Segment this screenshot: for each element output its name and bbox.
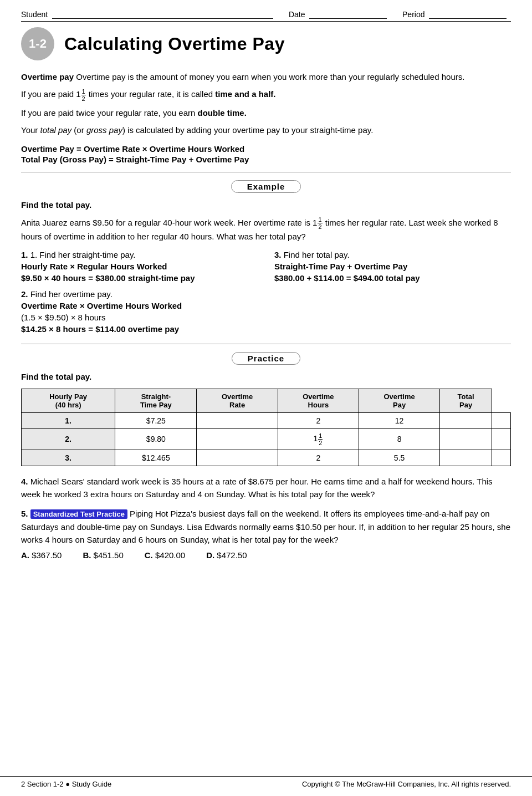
th-overtime-rate: OvertimeRate — [197, 389, 278, 412]
formula-block: Overtime Pay = Overtime Rate × Overtime … — [21, 144, 511, 164]
row1-hourly: $7.25 — [115, 412, 197, 428]
row3-straight — [197, 450, 278, 466]
practice-find-label: Find the total pay. — [21, 370, 511, 383]
header: Student Date Period — [21, 10, 511, 22]
answer-c: C. $420.00 — [145, 550, 185, 560]
page-title: Calculating Overtime Pay — [64, 34, 285, 54]
example-left-col: 1. 1. Find her straight-time pay. Hourly… — [21, 250, 258, 336]
th-straight-time: Straight-Time Pay — [115, 389, 197, 412]
intro-p3: If you are paid twice your regular rate,… — [21, 106, 511, 119]
problem5: 5. Standardized Test Practice Piping Hot… — [21, 507, 511, 546]
row3-ot-rate: 2 — [278, 450, 359, 466]
divider-1 — [21, 172, 511, 172]
answer-d: D. $472.50 — [206, 550, 247, 560]
footer-right: Copyright © The McGraw-Hill Companies, I… — [302, 780, 511, 788]
row1-num: 1. — [22, 412, 115, 428]
row2-ot-hours: 8 — [359, 428, 439, 450]
title-section: 1-2 Calculating Overtime Pay — [21, 27, 511, 60]
footer: 2 Section 1-2 ● Study Guide Copyright © … — [0, 776, 532, 788]
step1-calc: $9.50 × 40 hours = $380.00 straight-time… — [21, 273, 258, 283]
step1-label: 1. 1. Find her straight-time pay. — [21, 250, 258, 259]
step2-formula: Overtime Rate × Overtime Hours Worked — [21, 301, 258, 310]
row1-straight — [197, 412, 278, 428]
row1-ot-pay — [440, 412, 492, 428]
formula-line2: Total Pay (Gross Pay) = Straight-Time Pa… — [21, 155, 511, 164]
example-section: Example — [21, 180, 511, 193]
th-overtime-hours: OvertimeHours — [278, 389, 359, 412]
table-row: 3. $12.465 2 5.5 — [22, 450, 511, 466]
period-label: Period — [402, 10, 424, 19]
table-row: 2. $9.80 112 8 — [22, 428, 511, 450]
step3-formula: Straight-Time Pay + Overtime Pay — [274, 262, 511, 271]
row2-total — [492, 428, 511, 450]
table-header-row: Hourly Pay(40 hrs) Straight-Time Pay Ove… — [22, 389, 511, 412]
row1-ot-rate: 2 — [278, 412, 359, 428]
step3-label: 3. Find her total pay. — [274, 250, 511, 259]
row3-total — [492, 450, 511, 466]
example-problem: Anita Juarez earns $9.50 for a regular 4… — [21, 216, 511, 243]
step1-formula: Hourly Rate × Regular Hours Worked — [21, 262, 258, 271]
row1-total — [492, 412, 511, 428]
section-badge: 1-2 — [21, 27, 54, 60]
step2-calc1: (1.5 × $9.50) × 8 hours — [21, 313, 258, 322]
formula-line1: Overtime Pay = Overtime Rate × Overtime … — [21, 144, 511, 154]
example-label: Example — [231, 180, 301, 193]
row3-ot-pay — [440, 450, 492, 466]
row2-num: 2. — [22, 428, 115, 450]
row2-straight — [197, 428, 278, 450]
step3-calc: $380.00 + $114.00 = $494.00 total pay — [274, 273, 511, 283]
step2-label: 2. Find her overtime pay. — [21, 289, 258, 299]
page: Student Date Period 1-2 Calculating Over… — [0, 0, 532, 796]
date-label: Date — [289, 10, 305, 19]
row3-num: 3. — [22, 450, 115, 466]
answer-a: A. $367.50 — [21, 550, 62, 560]
intro-p4: Your total pay (or gross pay) is calcula… — [21, 124, 511, 136]
th-overtime-pay: OvertimePay — [359, 389, 439, 412]
divider-2 — [21, 344, 511, 344]
row3-hourly: $12.465 — [115, 450, 197, 466]
student-label: Student — [21, 10, 48, 19]
row3-ot-hours: 5.5 — [359, 450, 439, 466]
practice-section: Practice — [21, 352, 511, 365]
example-find-label: Find the total pay. — [21, 198, 511, 211]
intro-p1: Overtime pay Overtime pay is the amount … — [21, 70, 511, 83]
step2-calc2: $14.25 × 8 hours = $114.00 overtime pay — [21, 324, 258, 334]
problem4: 4. Michael Sears' standard work week is … — [21, 475, 511, 501]
stp-badge: Standardized Test Practice — [30, 509, 127, 519]
row1-ot-hours: 12 — [359, 412, 439, 428]
answer-b: B. $451.50 — [83, 550, 123, 560]
example-right-col: 3. Find her total pay. Straight-Time Pay… — [274, 250, 511, 336]
practice-table: Hourly Pay(40 hrs) Straight-Time Pay Ove… — [21, 389, 511, 466]
table-row: 1. $7.25 2 12 — [22, 412, 511, 428]
row2-ot-rate: 112 — [278, 428, 359, 450]
example-columns: 1. 1. Find her straight-time pay. Hourly… — [21, 250, 511, 336]
answer-choices: A. $367.50 B. $451.50 C. $420.00 D. $472… — [21, 550, 511, 560]
practice-label: Practice — [232, 352, 300, 365]
row2-hourly: $9.80 — [115, 428, 197, 450]
row2-ot-pay — [440, 428, 492, 450]
th-total-pay: TotalPay — [440, 389, 492, 412]
footer-left: 2 Section 1-2 ● Study Guide — [21, 780, 111, 788]
th-hourly-pay: Hourly Pay(40 hrs) — [22, 389, 115, 412]
intro-p2: If you are paid 112 times your regular r… — [21, 88, 511, 102]
